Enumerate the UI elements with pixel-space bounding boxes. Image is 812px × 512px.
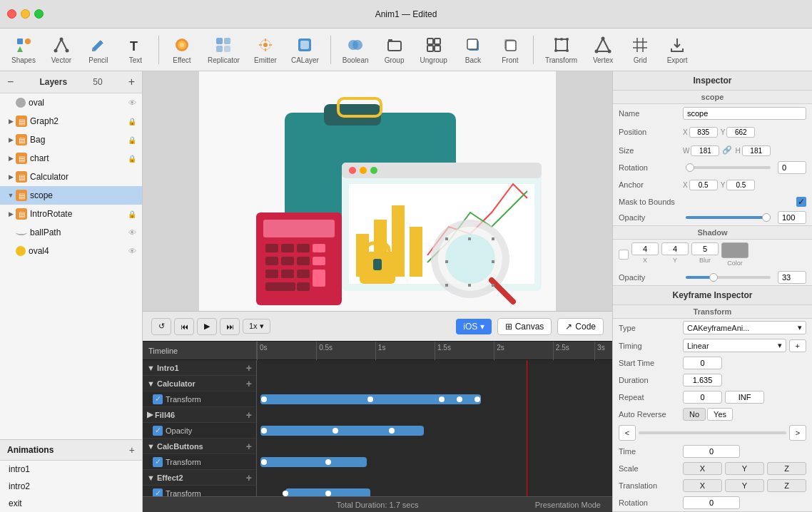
shadow-color-swatch[interactable]: [721, 242, 748, 258]
tl-label-transform1[interactable]: ✓ Transform: [143, 391, 256, 407]
tl-checkbox-transform2[interactable]: ✓: [153, 457, 163, 467]
kf-time-field[interactable]: [683, 445, 740, 458]
kf-op-2[interactable]: [333, 428, 338, 434]
layer-item-oval4[interactable]: oval4 👁: [0, 242, 142, 260]
tl-label-effect2[interactable]: ▼ Effect2 +: [143, 470, 256, 486]
size-h-field[interactable]: [742, 145, 771, 156]
canvas-button[interactable]: ⊞ Canvas: [497, 318, 552, 335]
tl-checkbox-transform3[interactable]: ✓: [153, 488, 163, 497]
kf-repeat-inf-field[interactable]: [725, 391, 764, 404]
back-tool[interactable]: Back: [456, 32, 490, 67]
position-y-field[interactable]: [726, 127, 755, 138]
anim-item-intro1[interactable]: intro1: [0, 461, 142, 478]
tl-intro1-add[interactable]: +: [246, 362, 252, 374]
name-field[interactable]: [683, 107, 806, 120]
layer-item-oval[interactable]: oval 👁: [0, 93, 142, 112]
tl-checkbox-transform1[interactable]: ✓: [153, 394, 163, 404]
tl-calcbuttons-add[interactable]: +: [246, 441, 252, 452]
size-w-field[interactable]: [691, 145, 719, 156]
position-x-field[interactable]: [689, 127, 718, 138]
expand-graph2[interactable]: ▶: [6, 116, 16, 126]
kf-rotation-field[interactable]: [683, 496, 740, 509]
kf-t1-4[interactable]: [457, 396, 462, 402]
animations-plus[interactable]: +: [129, 444, 135, 456]
expand-chart[interactable]: ▶: [6, 153, 16, 163]
shadow-opacity-field[interactable]: [778, 271, 806, 284]
anchor-x-field[interactable]: [689, 180, 718, 190]
track-transform1[interactable]: [257, 391, 612, 407]
grid-tool[interactable]: Grid: [623, 32, 657, 67]
kf-t2-2[interactable]: [325, 459, 331, 465]
expand-introrotate[interactable]: ▶: [6, 209, 16, 219]
front-tool[interactable]: Front: [493, 32, 527, 67]
opacity-slider[interactable]: [686, 216, 771, 219]
playhead[interactable]: [527, 360, 527, 496]
code-button[interactable]: ↗ Code: [557, 318, 604, 335]
tl-checkbox-opacity[interactable]: ✓: [153, 426, 163, 436]
kf-t1-2[interactable]: [367, 396, 373, 402]
kf-translation-z[interactable]: Z: [767, 479, 806, 492]
replay-button[interactable]: ↺: [151, 318, 171, 335]
platform-selector[interactable]: iOS ▾: [456, 319, 491, 334]
tl-label-transform2[interactable]: ✓ Transform: [143, 454, 256, 470]
layer-item-scope[interactable]: ▼ ▤ scope: [0, 186, 142, 205]
boolean-tool[interactable]: Boolean: [337, 32, 375, 67]
kf-nav-next[interactable]: >: [789, 425, 806, 441]
pencil-tool[interactable]: Pencil: [81, 32, 116, 67]
opacity-field[interactable]: [778, 211, 806, 224]
minus-button[interactable]: −: [7, 76, 14, 88]
kf-translation-x[interactable]: X: [683, 479, 722, 492]
shadow-opacity-thumb[interactable]: [709, 273, 718, 282]
shadow-enable-checkbox[interactable]: [619, 250, 629, 260]
calayer-tool[interactable]: CALayer: [285, 32, 325, 67]
play-button[interactable]: ▶: [197, 318, 217, 335]
kf-timing-add[interactable]: +: [789, 339, 806, 352]
kf-nav-prev[interactable]: <: [619, 425, 636, 441]
layer-item-graph2[interactable]: ▶ ▤ Graph2 🔒: [0, 112, 142, 130]
kf-scale-x[interactable]: X: [683, 462, 722, 475]
layer-item-introrotate[interactable]: ▶ ▤ IntroRotate 🔒: [0, 205, 142, 223]
kf-t3-1[interactable]: [283, 491, 288, 496]
kf-op-1[interactable]: [261, 428, 267, 434]
tl-label-calcbuttons[interactable]: ▼ CalcButtons +: [143, 439, 256, 454]
vertex-tool[interactable]: Vertex: [586, 32, 620, 67]
kf-autoreverse-no[interactable]: No: [683, 408, 706, 421]
vector-tool[interactable]: Vector: [44, 32, 78, 67]
transform-tool[interactable]: Transform: [539, 32, 583, 67]
kf-translation-y[interactable]: Y: [725, 479, 764, 492]
tl-label-fill46[interactable]: ▶ Fill46 +: [143, 407, 256, 423]
tl-calculator-add[interactable]: +: [246, 378, 252, 389]
kf-scale-y[interactable]: Y: [725, 462, 764, 475]
vis-oval4[interactable]: 👁: [128, 247, 136, 255]
rotation-slider[interactable]: [686, 166, 771, 169]
layer-item-bag[interactable]: ▶ ▤ Bag 🔒: [0, 130, 142, 149]
plus-button[interactable]: +: [128, 76, 135, 88]
shapes-tool[interactable]: Shapes: [6, 32, 41, 67]
close-button[interactable]: [7, 9, 16, 19]
expand-scope[interactable]: ▼: [6, 190, 16, 200]
zoom-selector[interactable]: 1x ▾: [243, 319, 270, 334]
layer-item-ballpath[interactable]: ballPath 👁: [0, 223, 142, 242]
export-tool[interactable]: Export: [660, 32, 694, 67]
kf-t2-1[interactable]: [261, 459, 267, 465]
expand-bag[interactable]: ▶: [6, 135, 16, 145]
vis-ballpath[interactable]: 👁: [128, 228, 136, 237]
track-transform3[interactable]: [257, 486, 612, 496]
kf-t1-3[interactable]: [439, 396, 445, 402]
shadow-blur-field[interactable]: [691, 242, 719, 255]
vis-oval[interactable]: 👁: [128, 98, 136, 107]
presentation-mode[interactable]: Presentation Mode: [535, 501, 601, 509]
kf-duration-field[interactable]: [683, 374, 722, 386]
layer-item-calculator[interactable]: ▶ ▤ Calculator: [0, 168, 142, 186]
tl-label-transform3[interactable]: ✓ Transform: [143, 486, 256, 496]
tl-label-intro1[interactable]: ▼ Intro1 +: [143, 360, 256, 376]
tl-fill46-add[interactable]: +: [246, 409, 252, 421]
anchor-y-field[interactable]: [726, 180, 755, 190]
kf-autoreverse-yes[interactable]: Yes: [707, 408, 733, 421]
tl-label-calculator[interactable]: ▼ Calculator +: [143, 376, 256, 391]
track-opacity[interactable]: [257, 423, 612, 439]
replicator-tool[interactable]: Replicator: [202, 32, 245, 67]
kf-t1-5[interactable]: [474, 396, 480, 402]
step-forward-button[interactable]: ⏭: [220, 318, 240, 335]
rotation-field[interactable]: [778, 161, 806, 174]
